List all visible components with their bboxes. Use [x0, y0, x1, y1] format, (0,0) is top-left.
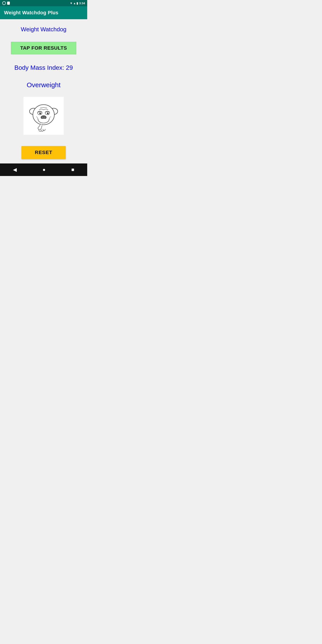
app-toolbar-title: Weight Watchdog Plus	[4, 10, 58, 16]
svg-point-10	[42, 116, 44, 118]
reset-button[interactable]: RESET	[22, 146, 66, 159]
status-left-icons	[2, 1, 10, 5]
status-bar: ▼ ▴ ▮ 3:34	[0, 0, 87, 6]
nav-bar: ◀ ● ■	[0, 164, 87, 176]
battery-icon: ▮	[76, 2, 78, 5]
signal-icon: ▴	[74, 2, 75, 5]
tap-for-results-button[interactable]: TAP FOR RESULTS	[11, 42, 76, 54]
dog-image-container	[24, 97, 64, 135]
app-title: Weight Watchdog	[21, 26, 66, 33]
circle-icon	[2, 1, 6, 5]
bmi-display: Body Mass Index: 29	[14, 64, 73, 71]
wifi-icon: ▼	[70, 2, 73, 5]
sim-icon	[7, 2, 10, 5]
dog-illustration	[27, 99, 60, 132]
svg-point-11	[44, 116, 46, 118]
back-button[interactable]: ◀	[13, 167, 17, 173]
svg-point-8	[48, 113, 49, 113]
main-content: Weight Watchdog TAP FOR RESULTS Body Mas…	[0, 19, 87, 164]
weight-status-label: Overweight	[26, 81, 60, 89]
svg-point-7	[40, 113, 41, 113]
recent-button[interactable]: ■	[71, 167, 74, 173]
status-right-icons: ▼ ▴ ▮ 3:34	[70, 2, 85, 5]
time-display: 3:34	[79, 2, 85, 5]
home-button[interactable]: ●	[42, 167, 46, 173]
toolbar: Weight Watchdog Plus	[0, 6, 87, 19]
